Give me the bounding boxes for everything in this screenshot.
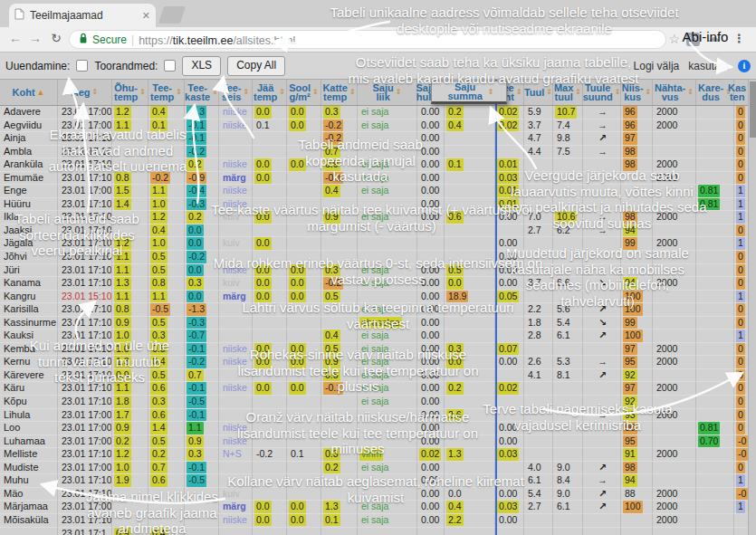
station-link[interactable]: Ikla — [0, 211, 58, 225]
col-header-tuul[interactable]: Tuul⇕ — [524, 80, 553, 105]
cell-sool — [287, 172, 321, 186]
extension-icon[interactable]: iD — [686, 33, 700, 46]
station-link[interactable]: Emumäe — [0, 172, 58, 186]
weather-table: Koht▲Aeg⇕Õhu-temp⇕Tee-temp⇕Tee-kaste⇕Tee… — [0, 80, 748, 535]
cell-karedus — [696, 488, 734, 502]
cell-tuule-suund — [583, 185, 621, 198]
cell-tuule-suund: → — [583, 409, 621, 423]
dragged-column-header[interactable]: Saju summa ⇕ — [431, 81, 507, 104]
logout-link[interactable]: Logi välja — [634, 60, 680, 72]
cell-niiskus: 97 — [621, 343, 653, 357]
cell-vee-kiht: 0.01 — [495, 198, 524, 212]
cell-aeg: 23.01 17:10 — [58, 343, 112, 357]
cell-ohu-temp — [112, 488, 148, 502]
col-header-ohu-temp[interactable]: Õhu-temp⇕ — [112, 80, 148, 105]
station-link[interactable]: Jaaksi — [0, 225, 58, 238]
cell-tuule-suund — [583, 396, 621, 409]
col-header-aeg[interactable]: Aeg⇕ — [58, 80, 112, 105]
cell-tee-temp: 0.2 — [148, 448, 185, 462]
copy-all-button[interactable]: Copy All — [227, 56, 285, 76]
station-link[interactable]: Kassinurme — [0, 317, 58, 330]
bookmark-star-icon[interactable]: ☆ — [668, 32, 680, 46]
station-link[interactable]: Märjamaa — [0, 501, 58, 514]
tab-close-icon[interactable]: ✕ — [142, 10, 150, 22]
station-link[interactable]: Kemba — [0, 343, 58, 357]
station-link[interactable]: Ambla — [0, 146, 58, 159]
station-link[interactable]: Aranküla — [0, 158, 58, 172]
table-row: Ikla23.01 17:101.20.2kuiv0.00.9ei saja0.… — [0, 211, 748, 225]
cell-tuule-suund: ↗ — [583, 369, 621, 383]
cell-saju-summa — [445, 146, 495, 159]
cell-nahtavus — [653, 291, 696, 304]
station-link[interactable]: Kernu — [0, 356, 58, 369]
col-header-tuule-suund[interactable]: Tuulesuund⇕ — [583, 80, 621, 105]
col-header-katte-temp[interactable]: Kattetemp⇕ — [321, 80, 358, 105]
station-link[interactable]: Kanama — [0, 277, 58, 291]
address-bar[interactable]: Secure | https://tik.teeilm.ee/allsites.… — [69, 30, 666, 49]
station-link[interactable]: Loo — [0, 422, 58, 435]
cell-tee-temp: 0.8 — [148, 277, 185, 291]
table-row: Mõisaküla23.01 17:10niiske0.00.00.1ei sa… — [0, 514, 748, 528]
col-header-niiskus[interactable]: Niis-kus⇕ — [621, 80, 653, 105]
col-header-saju-liik[interactable]: Sajuliik⇕ — [358, 80, 417, 105]
xls-button[interactable]: XLS — [182, 56, 221, 76]
station-link[interactable]: Kauksi — [0, 330, 58, 343]
station-link[interactable]: Karisilla — [0, 303, 58, 317]
col-header-sool[interactable]: Soolg/m²⇕ — [287, 80, 321, 105]
col-header-jaa-temp[interactable]: Jäätemp⇕ — [253, 80, 287, 105]
scrollbar-thumb[interactable] — [750, 81, 756, 138]
station-link[interactable]: Jõhvi — [0, 251, 58, 264]
cell-tuule-suund: → — [583, 356, 621, 369]
station-link[interactable]: Käru — [0, 382, 58, 396]
inactive-tab[interactable] — [158, 6, 186, 24]
station-link[interactable]: Enge — [0, 185, 58, 198]
cell-saju-liik — [358, 198, 417, 212]
username-link[interactable]: kasutaja — [688, 60, 729, 72]
station-link[interactable]: Kõpu — [0, 396, 58, 409]
cell-kaste-temp: 0 — [734, 158, 748, 172]
refresh-checkbox[interactable] — [76, 60, 88, 72]
browser-tab[interactable]: Teeilmajaamad ✕ — [9, 4, 156, 27]
station-link[interactable]: Kärevere — [0, 369, 58, 383]
col-header-kaste-temp[interactable]: Kasten⇕ — [734, 80, 748, 105]
back-icon[interactable]: ← — [7, 31, 24, 45]
cell-saju-liik — [358, 291, 417, 304]
col-header-tee-kaste[interactable]: Tee-kaste⇕ — [185, 80, 219, 105]
help-info-icon[interactable]: i — [738, 60, 751, 72]
station-link[interactable]: Muhu — [0, 474, 58, 488]
station-link[interactable]: Aegviidu — [0, 119, 58, 133]
station-link[interactable]: Lihula — [0, 409, 58, 423]
col-header-koht[interactable]: Koht▲ — [0, 80, 58, 105]
cell-tee-kaste: 0.3 — [185, 448, 219, 462]
cell-niiskus: 95 — [621, 356, 653, 369]
col-header-nahtavus[interactable]: Nähta-vus⇕ — [653, 80, 696, 105]
station-link[interactable]: Mäo — [0, 488, 58, 502]
forward-icon[interactable]: → — [27, 31, 43, 45]
cell-max-tuul: 6.6 — [553, 277, 583, 291]
station-link[interactable]: Mudiste — [0, 462, 58, 475]
cell-sool: 0.0 — [287, 501, 321, 514]
cell-tuul — [524, 448, 553, 462]
vertical-scrollbar[interactable] — [748, 80, 756, 535]
cell-nahtavus — [653, 146, 696, 159]
col-header-tee-temp[interactable]: Tee-temp⇕ — [148, 80, 185, 105]
station-link[interactable]: Luhamaa — [0, 435, 58, 449]
cloud-extension-icon[interactable]: ☁ — [707, 30, 720, 44]
station-link[interactable]: Hüüru — [0, 198, 58, 212]
station-link[interactable]: Adavere — [0, 106, 58, 119]
station-link[interactable]: Kangru — [0, 291, 58, 304]
station-link[interactable]: Jüri — [0, 264, 58, 278]
cell-saju-liik: ei saja — [358, 501, 417, 514]
station-link[interactable] — [0, 528, 58, 535]
station-link[interactable]: Jägala — [0, 237, 58, 251]
station-link[interactable]: Mõisaküla — [0, 514, 58, 528]
station-link[interactable]: Ainja — [0, 132, 58, 146]
rawdata-checkbox[interactable] — [164, 60, 176, 72]
menu-dots-icon[interactable]: ⋮ — [733, 32, 745, 45]
station-link[interactable]: Melliste — [0, 448, 58, 462]
cell-jaa-temp — [253, 132, 287, 146]
col-header-tee-seis[interactable]: Tee-seis⇕ — [219, 80, 253, 105]
col-header-max-tuul[interactable]: Maxtuul⇕ — [553, 80, 583, 105]
cell-aeg: 23.01 17:10 — [58, 488, 112, 502]
reload-icon[interactable]: ↻ — [48, 31, 64, 45]
